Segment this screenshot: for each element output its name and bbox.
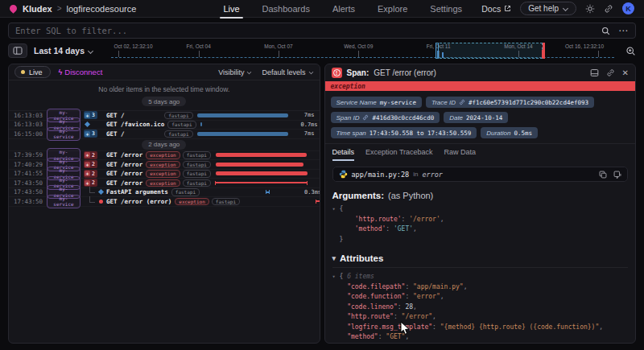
dock-panel-icon[interactable] [590, 68, 599, 77]
nav-tab-settings[interactable]: Settings [430, 1, 462, 16]
duration-bar-track [214, 180, 309, 185]
time-separator: 5 days ago [142, 97, 186, 106]
duration-bar [216, 163, 304, 167]
tab-raw-data[interactable]: Raw Data [444, 148, 477, 161]
meta-chip[interactable]: Trace ID#f1c60e57391d771c290c0b22cd4ef09… [426, 97, 594, 108]
fold-icon[interactable]: ▾ [332, 272, 340, 282]
theme-toggle-button[interactable] [585, 4, 595, 14]
nav-tab-live[interactable]: Live [223, 1, 239, 16]
share-link-button[interactable] [604, 4, 613, 14]
code-function-name: error [422, 171, 443, 179]
row-timestamp: 17:43:50 [14, 188, 43, 196]
nav-tab-alerts[interactable]: Alerts [332, 1, 355, 16]
exception-tag: exception [146, 151, 180, 159]
code-file-path[interactable]: app/main.py:28 [352, 171, 410, 179]
duration-bar [216, 171, 308, 175]
row-tags: fastapi [167, 121, 196, 129]
timeline-tick: Fri, Oct 04 [199, 43, 223, 49]
meta-chip[interactable]: Span ID#416d30c0ccd46cd0 [331, 112, 440, 123]
sun-icon [585, 4, 595, 14]
arguments-title: Arguments: [332, 191, 385, 200]
span-kind-label: Span: [347, 68, 369, 77]
user-avatar[interactable]: K [622, 2, 634, 14]
empty-window-notice: No older items in the selected time wind… [9, 80, 320, 111]
live-toggle-button[interactable]: Live [14, 66, 51, 78]
log-row[interactable]: 17:43:50my-serviceGET /error (error)exce… [9, 197, 320, 207]
code-token: "GET" [386, 333, 405, 340]
arguments-code: ▾{ 'http.route': '/error', 'method': 'GE… [332, 204, 629, 245]
visibility-dropdown[interactable]: Visibility [218, 68, 252, 76]
child-count-chip[interactable]: +2 [84, 179, 97, 187]
copy-icon[interactable] [599, 171, 607, 179]
lightning-icon: ϟ [59, 68, 63, 76]
child-count-chip[interactable]: +2 [84, 151, 97, 159]
code-line: "method": "GET", [332, 332, 629, 343]
timeline[interactable]: Oct 02, 12:32:10Fri, Oct 04Mon, Oct 07We… [103, 43, 619, 59]
chevron-down-icon [247, 70, 252, 75]
selection-start-handle[interactable] [436, 43, 439, 59]
live-label: Live [29, 68, 43, 76]
copy-link-icon[interactable] [606, 68, 615, 77]
sql-filter-input[interactable]: Enter SQL to filter... ⋯ [8, 23, 636, 39]
default-levels-label: Default levels [262, 68, 305, 76]
close-icon[interactable]: ✕ [622, 68, 629, 77]
row-node-slot: +2 [84, 179, 103, 187]
span-detail-panel: ! Span: GET /error (error) ✕ exception S… [324, 64, 637, 344]
search-icon[interactable] [601, 27, 610, 35]
main-nav: LiveDashboardsAlertsExploreSettings [223, 1, 462, 16]
tab-details[interactable]: Details [332, 148, 355, 161]
log-row[interactable]: 16:15:00my-service+3GET /fastapi7ms [9, 130, 320, 139]
code-line: ▾{ [332, 204, 629, 215]
child-count-chip[interactable]: +3 [84, 130, 97, 138]
child-count-chip[interactable]: +2 [84, 170, 97, 178]
breadcrumb-project[interactable]: logfirecodesource [67, 4, 137, 14]
docs-link[interactable]: Docs [481, 4, 511, 14]
code-token [340, 323, 348, 331]
row-node-slot: +2 [84, 151, 103, 159]
tab-exception-traceback[interactable]: Exception Traceback [365, 148, 433, 161]
fold-icon[interactable]: ▾ [332, 204, 340, 215]
attributes-title: Attributes [340, 253, 383, 263]
row-node-slot: +3 [84, 111, 103, 119]
disconnect-button[interactable]: ϟ Disconnect [59, 68, 103, 76]
breadcrumb-org[interactable]: Kludex [23, 4, 52, 14]
code-token: : [378, 333, 386, 340]
duration-bar-track [214, 171, 309, 176]
expand-icon: + [85, 152, 90, 158]
get-help-button[interactable]: Get help [520, 2, 576, 15]
row-tags: fastapi [164, 130, 192, 138]
child-count-chip[interactable]: +2 [84, 160, 97, 168]
code-line: } [332, 235, 629, 245]
default-levels-dropdown[interactable]: Default levels [262, 68, 313, 76]
expand-icon: + [85, 180, 90, 186]
code-token: : [402, 216, 410, 223]
fastapi-tag: fastapi [164, 112, 192, 120]
more-options-button[interactable]: ⋯ [618, 27, 629, 35]
code-in-word: in [413, 171, 418, 178]
time-range-selector[interactable]: Last 14 days [34, 46, 93, 56]
code-token [340, 313, 348, 320]
code-token [340, 225, 355, 233]
disconnect-label: Disconnect [64, 68, 102, 76]
arguments-mode[interactable]: (as Python) [388, 191, 433, 200]
row-duration: 6ms [312, 161, 320, 167]
nav-tab-explore[interactable]: Explore [378, 1, 407, 16]
link-icon [362, 114, 369, 121]
arguments-heading: Arguments: (as Python) [332, 191, 629, 200]
collapse-icon[interactable]: ▾ [332, 254, 336, 262]
fastapi-tag: fastapi [212, 198, 240, 206]
nav-tab-dashboards[interactable]: Dashboards [262, 1, 310, 16]
live-feed-panel: Live ϟ Disconnect Visibility Default lev… [8, 64, 320, 344]
exception-tag: exception [175, 198, 209, 206]
code-token: : [394, 313, 402, 320]
code-token: 'http.route' [355, 216, 402, 223]
timeline-selection[interactable] [436, 43, 543, 59]
code-token: "code.function" [347, 293, 405, 300]
code-token: : [405, 293, 413, 300]
selection-end-handle[interactable] [543, 43, 545, 59]
row-node-slot [84, 196, 103, 207]
sidebar-toggle-button[interactable] [8, 43, 27, 58]
open-source-icon[interactable] [613, 171, 621, 179]
child-count-chip[interactable]: +3 [84, 111, 97, 119]
meta-value: 17:43:50.558 to 17:43:50.559 [369, 130, 471, 137]
